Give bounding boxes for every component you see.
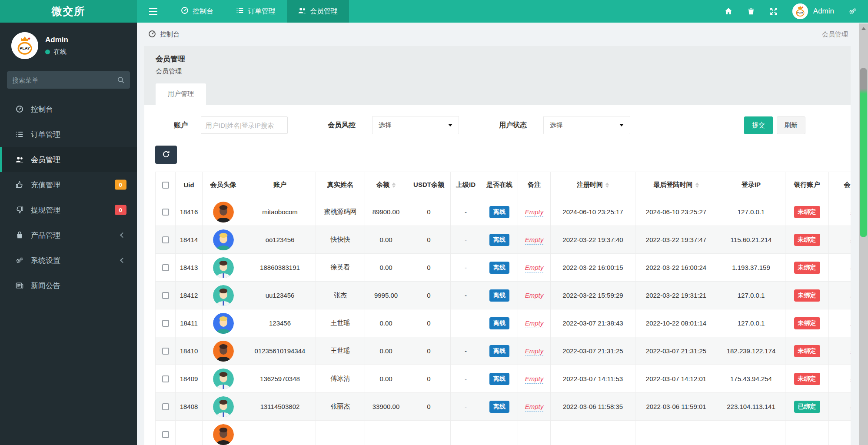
row-checkbox[interactable] <box>162 209 169 216</box>
page-scrollbar[interactable] <box>859 23 868 445</box>
sidebar-item-orders[interactable]: 订单管理 <box>0 122 137 147</box>
online-status-badge: 离线 <box>489 317 509 329</box>
settings-icon[interactable] <box>849 7 857 15</box>
sidebar-item-products[interactable]: 产品管理 <box>0 222 137 248</box>
sidebar-toggle-button[interactable] <box>137 0 170 23</box>
table-row <box>156 421 851 445</box>
parent-id-cell: - <box>451 226 481 254</box>
sidebar-item-news[interactable]: 新闻公告 <box>0 273 137 298</box>
sidebar-item-withdrawals[interactable]: 提现管理 0 <box>0 197 137 222</box>
column-header[interactable]: 最后登陆时间 <box>635 172 717 198</box>
nav-item-label: 控制台 <box>193 7 213 16</box>
table-row: 18414 oo123456 快快快 0.00 0 <box>156 226 851 254</box>
trash-icon[interactable] <box>747 7 755 15</box>
sidebar-search-input[interactable] <box>12 76 117 84</box>
expand-icon[interactable] <box>770 7 778 15</box>
row-checkbox[interactable] <box>162 375 169 382</box>
column-header[interactable]: 注册时间 <box>551 172 635 198</box>
column-header[interactable]: 上级ID <box>451 172 481 198</box>
row-checkbox[interactable] <box>162 236 169 243</box>
home-icon[interactable] <box>725 7 732 15</box>
sidebar-item-members[interactable]: 会员管理 <box>0 147 137 172</box>
balance-cell: 89900.00 <box>365 198 407 226</box>
sidebar-menu: 控制台 订单管理 会员管理 充值管理 0 提现管理 0 产 <box>0 96 137 298</box>
row-checkbox[interactable] <box>162 264 169 271</box>
last-login-time-cell: 2022-03-07 21:31:25 <box>635 337 717 365</box>
sidebar-item-dashboard[interactable]: 控制台 <box>0 96 137 122</box>
column-header[interactable]: USDT余额 <box>407 172 451 198</box>
login-ip-cell: 182.239.122.174 <box>717 337 785 365</box>
nav-item-members[interactable]: 会员管理 <box>287 0 349 23</box>
risk-select[interactable]: 选择 <box>372 116 459 134</box>
member-level-link[interactable]: 默认 <box>851 208 851 216</box>
note-edit-link[interactable]: Empty <box>525 236 544 245</box>
row-checkbox[interactable] <box>162 431 169 438</box>
brand-logo[interactable]: 微交所 <box>0 0 137 23</box>
row-checkbox[interactable] <box>162 348 169 355</box>
last-login-time-cell <box>635 421 717 445</box>
column-header[interactable]: 余额 <box>365 172 407 198</box>
note-edit-link[interactable]: Empty <box>525 208 544 217</box>
note-edit-link[interactable]: Empty <box>525 264 544 272</box>
chevron-down-icon <box>448 124 452 126</box>
note-edit-link[interactable]: Empty <box>525 319 544 328</box>
note-edit-link[interactable]: Empty <box>525 292 544 300</box>
table-refresh-button[interactable] <box>155 146 177 164</box>
column-header[interactable]: 真实姓名 <box>316 172 365 198</box>
chevron-down-icon <box>619 124 624 126</box>
column-header[interactable]: 备注 <box>518 172 551 198</box>
column-header[interactable]: 会员等级 <box>829 172 851 198</box>
scrollbar-up-arrow-icon[interactable] <box>861 27 866 30</box>
deposit-count-badge: 0 <box>115 180 126 190</box>
nav-item-orders[interactable]: 订单管理 <box>225 0 287 23</box>
member-level-link[interactable]: 默认 <box>851 402 851 411</box>
member-level-link[interactable]: 默认 <box>851 347 851 355</box>
status-select[interactable]: 选择 <box>543 116 630 134</box>
table-header-row: Uid 会员头像 账户 真实姓名 余额 USDT余 <box>156 172 851 198</box>
usdt-balance-cell: 0 <box>407 282 451 309</box>
scrollbar-thumb[interactable] <box>860 68 867 237</box>
note-edit-link[interactable]: Empty <box>525 375 544 384</box>
parent-id-cell: - <box>451 337 481 365</box>
tab-user-management[interactable]: 用户管理 <box>156 83 206 105</box>
select-all-checkbox[interactable] <box>162 182 169 189</box>
sidebar-item-deposits[interactable]: 充值管理 0 <box>0 172 137 197</box>
sidebar-item-settings[interactable]: 系统设置 <box>0 248 137 273</box>
member-level-link[interactable]: 默认 <box>851 263 851 272</box>
member-level-link[interactable]: 默认 <box>851 319 851 328</box>
uid-cell: 18409 <box>176 365 203 393</box>
breadcrumb-left[interactable]: 控制台 <box>148 30 180 39</box>
nav-item-dashboard[interactable]: 控制台 <box>170 0 225 23</box>
register-time-cell: 2022-03-22 19:37:40 <box>551 226 635 254</box>
page-title: 会员管理 <box>156 54 839 64</box>
user-menu[interactable]: PLAY Admin <box>792 3 834 19</box>
refresh-button[interactable]: 刷新 <box>777 116 805 134</box>
realname-cell: 张丽杰 <box>316 393 365 421</box>
submit-button[interactable]: 提交 <box>744 116 773 134</box>
column-header[interactable]: 账户 <box>244 172 316 198</box>
member-level-link[interactable]: 默认 <box>851 291 851 300</box>
column-header[interactable]: 银行账户 <box>785 172 829 198</box>
sort-icon[interactable] <box>605 183 609 188</box>
search-icon[interactable] <box>117 76 125 84</box>
column-header[interactable]: 是否在线 <box>481 172 518 198</box>
realname-cell: 徐英看 <box>316 254 365 282</box>
note-edit-link[interactable]: Empty <box>525 347 544 356</box>
note-edit-link[interactable]: Empty <box>525 403 544 412</box>
account-search-input[interactable] <box>201 116 288 134</box>
account-cell: 123456 <box>244 309 316 337</box>
row-checkbox[interactable] <box>162 403 169 410</box>
row-checkbox[interactable] <box>162 292 169 299</box>
member-level-link[interactable]: 默认 <box>851 236 851 244</box>
column-header[interactable]: 登录IP <box>717 172 785 198</box>
member-level-link[interactable]: 默认 <box>851 375 851 383</box>
balance-cell: 0.00 <box>365 309 407 337</box>
sort-icon[interactable] <box>392 183 396 188</box>
sort-icon[interactable] <box>695 183 699 188</box>
uid-cell: 18408 <box>176 393 203 421</box>
realname-cell: 张杰 <box>316 282 365 309</box>
column-header[interactable]: Uid <box>176 172 203 198</box>
row-checkbox[interactable] <box>162 320 169 327</box>
column-header[interactable]: 会员头像 <box>203 172 244 198</box>
account-cell: mitaobocom <box>244 198 316 226</box>
